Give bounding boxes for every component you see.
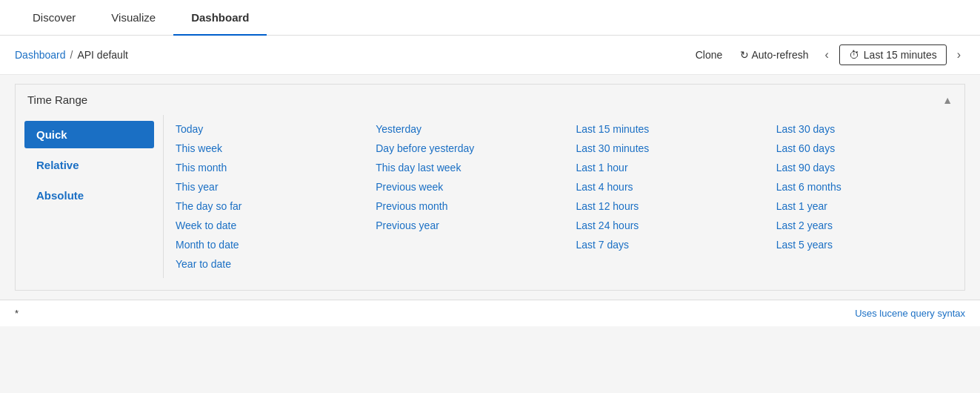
quick-day-before-yesterday[interactable]: Day before yesterday [376, 140, 552, 156]
quick-previous-week[interactable]: Previous week [376, 179, 552, 195]
quick-last-15min[interactable]: Last 15 minutes [576, 121, 753, 137]
quick-last-4hours[interactable]: Last 4 hours [576, 179, 753, 195]
panel-body: Quick Relative Absolute Today This week … [16, 109, 964, 290]
quick-last-1year[interactable]: Last 1 year [776, 198, 953, 214]
nav-visualize[interactable]: Visualize [93, 0, 173, 36]
quick-last-90days[interactable]: Last 90 days [776, 159, 953, 176]
lucene-link[interactable]: Uses lucene query syntax [855, 308, 965, 319]
clone-button[interactable]: Clone [690, 46, 729, 64]
panel-header: Time Range ▲ [16, 85, 964, 109]
tab-sidebar: Quick Relative Absolute [16, 115, 164, 278]
breadcrumb-separator: / [70, 49, 73, 61]
quick-this-day-last-week[interactable]: This day last week [376, 159, 552, 176]
quick-day-so-far[interactable]: The day so far [176, 198, 352, 214]
quick-previous-year[interactable]: Previous year [376, 217, 552, 234]
breadcrumb-root[interactable]: Dashboard [15, 49, 66, 61]
query-text: * [15, 308, 19, 319]
time-range-button[interactable]: ⏱ Last 15 minutes [839, 44, 947, 65]
top-navigation: Discover Visualize Dashboard [0, 0, 980, 36]
nav-discover[interactable]: Discover [15, 0, 93, 36]
quick-col-4: Last 30 days Last 60 days Last 90 days L… [764, 121, 964, 272]
quick-previous-month[interactable]: Previous month [376, 198, 552, 214]
quick-col-2: Yesterday Day before yesterday This day … [364, 121, 564, 272]
quick-options: Today This week This month This year The… [164, 115, 964, 278]
quick-month-to-date[interactable]: Month to date [176, 237, 352, 253]
quick-last-6months[interactable]: Last 6 months [776, 179, 953, 195]
quick-last-30days[interactable]: Last 30 days [776, 121, 953, 137]
quick-last-30min[interactable]: Last 30 minutes [576, 140, 753, 156]
toolbar-right: Clone ↻ Auto-refresh ‹ ⏱ Last 15 minutes… [690, 44, 965, 65]
quick-week-to-date[interactable]: Week to date [176, 217, 352, 234]
breadcrumb-current: API default [77, 49, 128, 61]
tab-quick[interactable]: Quick [24, 121, 154, 148]
bottom-bar: * Uses lucene query syntax [0, 300, 980, 326]
breadcrumb: Dashboard / API default [15, 49, 128, 61]
breadcrumb-bar: Dashboard / API default Clone ↻ Auto-ref… [0, 36, 980, 75]
quick-last-60days[interactable]: Last 60 days [776, 140, 953, 156]
quick-last-5years[interactable]: Last 5 years [776, 237, 953, 253]
tab-relative[interactable]: Relative [24, 151, 154, 179]
refresh-icon: ↻ [740, 49, 749, 61]
tab-absolute[interactable]: Absolute [24, 182, 154, 209]
quick-today[interactable]: Today [176, 121, 352, 137]
quick-this-year[interactable]: This year [176, 179, 352, 195]
nav-dashboard[interactable]: Dashboard [173, 0, 267, 36]
quick-yesterday[interactable]: Yesterday [376, 121, 552, 137]
time-range-panel: Time Range ▲ Quick Relative Absolute Tod… [15, 84, 965, 291]
clock-icon: ⏱ [849, 49, 859, 61]
quick-year-to-date[interactable]: Year to date [176, 256, 352, 272]
quick-col-1: Today This week This month This year The… [164, 121, 364, 272]
quick-last-7days[interactable]: Last 7 days [576, 237, 753, 253]
quick-last-1hour[interactable]: Last 1 hour [576, 159, 753, 176]
quick-last-24hours[interactable]: Last 24 hours [576, 217, 753, 234]
panel-collapse-button[interactable]: ▲ [942, 94, 953, 106]
quick-col-3: Last 15 minutes Last 30 minutes Last 1 h… [564, 121, 764, 272]
quick-this-month[interactable]: This month [176, 159, 352, 176]
quick-last-12hours[interactable]: Last 12 hours [576, 198, 753, 214]
quick-last-2years[interactable]: Last 2 years [776, 217, 953, 234]
quick-this-week[interactable]: This week [176, 140, 352, 156]
autorefresh-button[interactable]: ↻ Auto-refresh [734, 46, 814, 64]
time-next-button[interactable]: › [953, 45, 965, 65]
time-prev-button[interactable]: ‹ [821, 45, 833, 65]
panel-title: Time Range [27, 93, 87, 106]
